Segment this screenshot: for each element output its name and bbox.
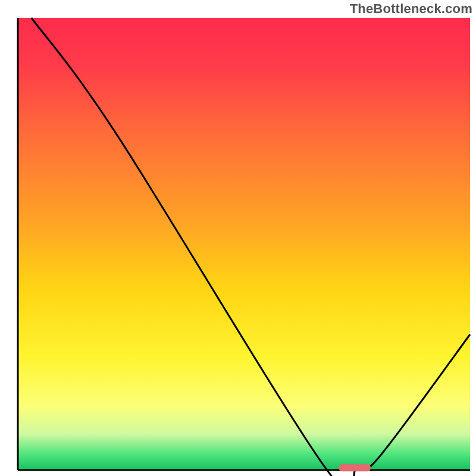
optimal-marker [339,464,371,471]
gradient-background [18,18,470,470]
chart-svg [0,0,476,476]
bottleneck-chart: TheBottleneck.com [0,0,476,476]
watermark-label: TheBottleneck.com [350,1,472,17]
